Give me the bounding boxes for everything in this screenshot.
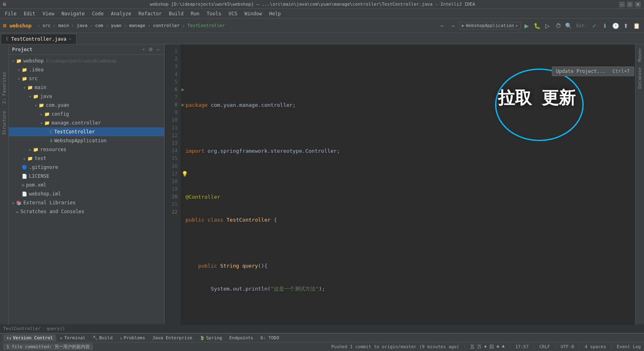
debug-button[interactable]: 🐛 [533,21,542,30]
sidebar-gear-button[interactable]: ⚙ [147,46,154,53]
tree-arrow: ▾ [33,103,39,108]
menu-file[interactable]: File [2,10,20,17]
menu-tools[interactable]: Tools [204,10,225,17]
breadcrumb-controller[interactable]: controller [153,23,180,28]
bottom-tab-endpoints[interactable]: Endpoints [226,334,257,341]
gutter-warn-icon-17[interactable]: 💡 [182,170,188,178]
status-crlf[interactable]: CRLF [539,344,550,349]
breadcrumb-manage[interactable]: manage [129,23,145,28]
tree-item-scratches[interactable]: ✏ Scratches and Consoles [9,207,164,216]
breadcrumb-main[interactable]: main [58,23,69,28]
tree-item-testcontroller[interactable]: C TestController [9,127,164,136]
menu-analyze[interactable]: Analyze [107,10,134,17]
bottom-tab-spring[interactable]: 🍃 Spring [196,334,225,341]
right-tab-database[interactable]: Database [636,65,644,91]
code-content[interactable]: ▶ ▶ 💡 package com.yuan.manage.controller… [181,44,635,324]
tree-item-test[interactable]: ▸ 📁 test [9,154,164,163]
tree-path: D:\ideaprojects\work5\webshop [46,59,117,63]
navigate-back-button[interactable]: ← [438,21,447,30]
tree-item-src[interactable]: ▾ 📁 src [9,74,164,83]
right-panel: Maven Database [635,44,644,324]
bottom-tab-build[interactable]: 🔨 Build [89,334,116,341]
tab-close-button[interactable]: ✕ [69,37,71,41]
breadcrumb-java[interactable]: java [77,23,88,28]
profile-button[interactable]: ⏱ [554,21,563,30]
gutter-run-icon-6[interactable]: ▶ [182,86,184,93]
menu-build[interactable]: Build [166,10,187,17]
tree-item-webshopapplication[interactable]: A WebshopApplication [9,136,164,145]
tree-item-pomxml[interactable]: m pom.xml [9,181,164,189]
tree-item-manage-controller[interactable]: ▾ 📁 manage.controller [9,118,164,127]
menu-code[interactable]: Code [89,10,107,17]
ext-lib-icon: 📚 [16,200,22,206]
tree-item-license[interactable]: 📄 LICENSE [9,172,164,181]
menu-vcs[interactable]: VCS [225,10,241,17]
bottom-tab-versioncontrol[interactable]: ↑↓ Version Control [3,334,56,341]
update-project-tooltip[interactable]: Update Project... Ctrl+T [552,66,634,76]
run-config-selector[interactable]: ▶ WebshopApplication ▾ [459,22,520,29]
breadcrumb-yuan[interactable]: yuan [111,23,122,28]
sidebar-dropdown-arrow[interactable]: ▾ [142,47,145,52]
bottom-tab-spring-label: Spring [206,335,222,341]
code-line-4 [186,170,630,178]
git-push-button[interactable]: ⬆ [621,21,630,30]
menu-window[interactable]: Window [241,10,265,17]
tree-item-resources[interactable]: ▸ 📁 resources [9,145,164,154]
tree-label: pom.xml [26,182,47,188]
git-history-button[interactable]: 🕐 [611,21,620,30]
tree-item-config[interactable]: ▸ 📁 config [9,110,164,118]
tree-item-gitignore[interactable]: 🔵 .gitignore [9,163,164,172]
run-button[interactable]: ▶ [522,21,531,30]
breadcrumb-class[interactable]: TestController [188,23,225,28]
git-update-button[interactable]: ⬇ [601,21,609,30]
breadcrumb-method-name[interactable]: query() [46,326,65,331]
vtab-structure[interactable]: Structure [0,108,8,138]
scratch-icon: ✏ [16,209,19,214]
tree-arrow: ▸ [27,147,33,152]
minimize-button[interactable]: – [619,2,625,7]
coverage-button[interactable]: ▷ [543,21,552,30]
bottom-tab-terminal[interactable]: ▸ Terminal [57,334,89,341]
menu-navigate[interactable]: Navigate [58,10,88,17]
search-everywhere-button[interactable]: 🔍 [564,21,573,30]
maximize-button[interactable]: □ [627,2,633,7]
sidebar-collapse-button[interactable]: – [155,46,161,53]
vtab-favorites[interactable]: 2: Favorites [0,69,8,107]
status-event-log[interactable]: Event Log [617,344,641,349]
tree-item-java[interactable]: ▾ 📁 java [9,92,164,101]
status-charset[interactable]: UTF-8 [561,344,574,349]
bottom-tab-java-enterprise[interactable]: Java Enterprise [149,334,196,341]
tree-item-main[interactable]: ▾ 📁 main [9,83,164,92]
git-commit-button[interactable]: ✓ [590,21,599,30]
menu-run[interactable]: Run [188,10,203,17]
menu-refactor[interactable]: Refactor [135,10,165,17]
update-tooltip-shortcut: Ctrl+T [613,69,630,74]
tree-label: main [35,85,46,90]
tree-arrow: ▾ [22,85,27,90]
navigate-forward-button[interactable]: → [448,21,457,30]
close-button[interactable]: ✕ [635,2,641,7]
code-area[interactable]: 1 2 3 4 5 6 7 8 9 10 11 12 13 14 15 16 1… [165,44,635,324]
tree-item-webshop[interactable]: ▾ 📁 webshop D:\ideaprojects\work5\websho… [9,56,164,65]
right-tab-maven[interactable]: Maven [636,46,644,64]
tree-item-external-libraries[interactable]: ▸ 📚 External Libraries [9,198,164,207]
gutter-run-icon-8[interactable]: ▶ [182,101,184,109]
menu-help[interactable]: Help [266,10,284,17]
tree-item-idea[interactable]: ▾ 📁 .idea [9,65,164,74]
vcs-operations-button[interactable]: 📋 [632,21,641,30]
iml-icon: 📄 [22,191,27,197]
bottom-tab-problems[interactable]: ⚠ Problems [117,334,149,341]
menu-edit[interactable]: Edit [21,10,39,17]
status-bar: 1 file committed: 另一用户的新内容 Pushed 1 comm… [0,342,644,351]
tree-item-webshopiml[interactable]: 📄 webshop.iml [9,189,164,198]
breadcrumb-class-name[interactable]: TestController [3,326,41,331]
tree-item-comyuan[interactable]: ▾ 📁 com.yuan [9,101,164,110]
status-indent[interactable]: 4 spaces [585,344,606,349]
bottom-tab-todo[interactable]: 6: TODO [257,334,282,341]
code-line-8: public String query(){ [186,262,630,270]
breadcrumb-com[interactable]: com [95,23,103,28]
menu-view[interactable]: View [39,10,58,17]
breadcrumb-src[interactable]: src [43,23,51,28]
tab-testcontroller[interactable]: C TestController.java ✕ [1,34,76,44]
status-commit-msg[interactable]: 1 file committed: 另一用户的新内容 [3,343,93,350]
